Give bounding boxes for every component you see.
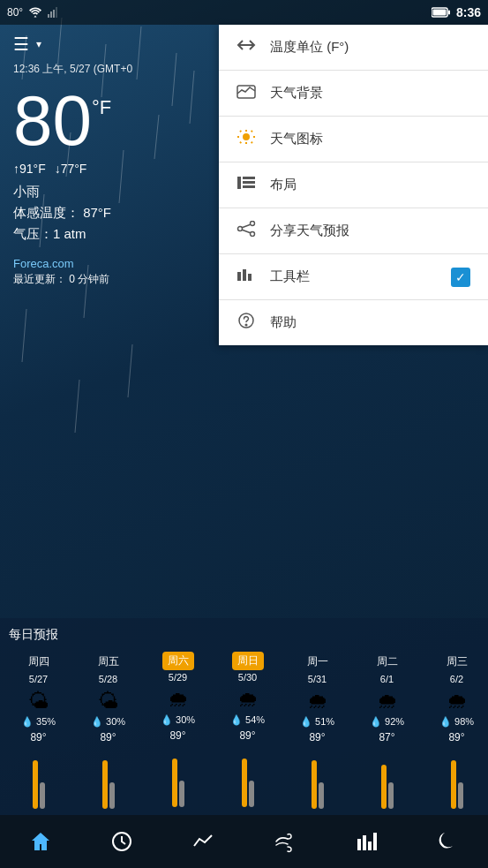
nav-home[interactable] <box>0 815 81 868</box>
forecast-day-3[interactable]: 周日 5/30 🌧 💧 54% 89° <box>213 650 282 811</box>
svg-rect-25 <box>373 833 377 850</box>
forecast-scroll[interactable]: 周四 5/27 🌤 💧 35% 89° 周五 5/28 🌤 💧 30% 89° … <box>0 650 488 811</box>
day-date: 6/1 <box>354 674 420 684</box>
forecast-day-5[interactable]: 周二 6/1 🌧 💧 92% 87° <box>352 650 422 811</box>
svg-rect-14 <box>48 14 49 18</box>
weather-description: 小雨 体感温度： 87°F 气压：1 atm <box>13 181 212 245</box>
svg-line-44 <box>242 224 250 228</box>
status-left: 80° <box>7 6 60 19</box>
forecast-day-0[interactable]: 周四 5/27 🌤 💧 35% 89° <box>4 650 73 811</box>
temp-bar-high <box>312 760 317 809</box>
temp-bar-low <box>249 781 254 807</box>
forecast-title: 每日预报 <box>0 627 488 650</box>
temp-bar-high <box>172 759 177 807</box>
menu-label-share: 分享天气预报 <box>270 223 470 239</box>
last-update: 最近更新： 0 分钟前 <box>13 272 212 287</box>
temp-bar-low <box>458 782 463 809</box>
menu-label-temp-unit: 温度单位 (F°) <box>270 39 470 56</box>
day-rain: 💧 30% <box>75 716 141 728</box>
menu-icon-weather-icon <box>236 129 263 149</box>
temp-bar-high <box>451 760 456 809</box>
forecast-day-2[interactable]: 周六 5/29 🌧 💧 30% 89° <box>143 650 213 811</box>
svg-rect-22 <box>357 839 361 850</box>
temp-low: ↓77°F <box>55 162 87 176</box>
pressure: 气压：1 atm <box>13 223 212 245</box>
status-right: 8:36 <box>432 5 481 19</box>
day-temp: 89° <box>145 729 211 742</box>
forecast-day-6[interactable]: 周三 6/2 🌧 💧 98% 89° <box>422 650 488 811</box>
temp-bar-low <box>179 781 184 807</box>
day-rain: 💧 92% <box>354 716 420 728</box>
temp-bar-high <box>381 765 387 809</box>
nav-clock[interactable] <box>81 815 162 868</box>
daily-forecast: 每日预报 周四 5/27 🌤 💧 35% 89° 周五 5/28 🌤 💧 30%… <box>0 618 488 815</box>
day-temp: 89° <box>75 731 141 743</box>
nav-trend[interactable] <box>162 815 244 868</box>
menu-icon-weather-bg <box>236 83 263 103</box>
day-label: 周一 <box>302 652 334 672</box>
svg-point-43 <box>238 227 243 231</box>
svg-rect-40 <box>243 185 255 188</box>
svg-rect-46 <box>237 272 241 281</box>
source-link[interactable]: Foreca.com <box>13 257 212 270</box>
temp-bar-low <box>388 782 394 809</box>
hamburger-icon[interactable]: ☰ <box>13 34 29 55</box>
day-date: 5/30 <box>214 672 281 683</box>
day-rain: 💧 35% <box>5 716 71 728</box>
day-temp: 89° <box>284 731 350 743</box>
temp-bar-container <box>284 747 350 809</box>
svg-rect-47 <box>243 269 246 281</box>
forecast-day-4[interactable]: 周一 5/31 🌧 💧 51% 89° <box>282 650 352 811</box>
temp-bar-container <box>75 747 141 809</box>
svg-line-36 <box>240 142 241 143</box>
day-label: 周二 <box>372 652 403 672</box>
svg-rect-20 <box>448 11 450 15</box>
menu-item-share[interactable]: 分享天气预报 <box>219 208 488 254</box>
svg-line-34 <box>252 142 252 143</box>
menu-item-layout[interactable]: 布局 <box>219 162 488 208</box>
status-time: 8:36 <box>456 5 481 19</box>
day-temp: 89° <box>5 731 71 743</box>
nav-wind[interactable] <box>244 815 326 868</box>
menu-label-toolbar: 工具栏 <box>270 268 451 285</box>
menu-item-help[interactable]: 帮助 <box>219 300 488 345</box>
header-row: ☰ ▾ <box>13 34 212 55</box>
day-date: 6/2 <box>424 674 488 684</box>
menu-item-toolbar[interactable]: 工具栏 ✓ <box>219 254 488 300</box>
last-update-label: 最近更新： <box>13 273 66 285</box>
svg-rect-15 <box>50 11 52 18</box>
day-rain: 💧 51% <box>284 716 350 728</box>
nav-bars[interactable] <box>326 815 407 868</box>
day-date: 5/27 <box>5 674 71 684</box>
svg-rect-19 <box>432 10 446 16</box>
day-icon: 🌤 <box>5 688 71 714</box>
menu-icon-toolbar <box>236 267 263 287</box>
temp-bar-high <box>102 760 108 809</box>
forecast-day-1[interactable]: 周五 5/28 🌤 💧 30% 89° <box>73 650 143 811</box>
svg-point-42 <box>251 232 255 237</box>
svg-rect-17 <box>56 7 57 18</box>
menu-checkbox-checked[interactable]: ✓ <box>451 268 470 287</box>
menu-item-weather-bg[interactable]: 天气背景 <box>219 71 488 117</box>
temp-bar-high <box>33 760 38 809</box>
menu-icon-share <box>236 221 263 241</box>
day-icon: 🌧 <box>284 688 350 714</box>
svg-rect-48 <box>248 274 252 281</box>
dropdown-arrow[interactable]: ▾ <box>36 38 41 50</box>
menu-item-temp-unit[interactable]: 温度单位 (F°) <box>219 25 488 71</box>
temperature-display: 80 °F <box>13 86 212 156</box>
svg-point-41 <box>251 222 255 226</box>
svg-rect-39 <box>243 181 255 184</box>
temp-bar-container <box>354 747 420 809</box>
menu-label-weather-bg: 天气背景 <box>270 85 470 102</box>
day-label: 周三 <box>441 652 473 672</box>
menu-item-weather-icon[interactable]: 天气图标 <box>219 117 488 162</box>
dropdown-menu: 温度单位 (F°) 天气背景 天气图标 布局 分享天气预报 工具栏 ✓ 帮助 <box>219 25 488 345</box>
battery-icon <box>432 7 451 18</box>
svg-rect-24 <box>368 842 372 850</box>
nav-moon[interactable] <box>407 815 488 868</box>
weather-condition: 小雨 <box>13 181 212 202</box>
svg-line-45 <box>242 230 250 233</box>
temp-bar-low <box>40 782 45 809</box>
day-date: 5/31 <box>284 674 350 684</box>
